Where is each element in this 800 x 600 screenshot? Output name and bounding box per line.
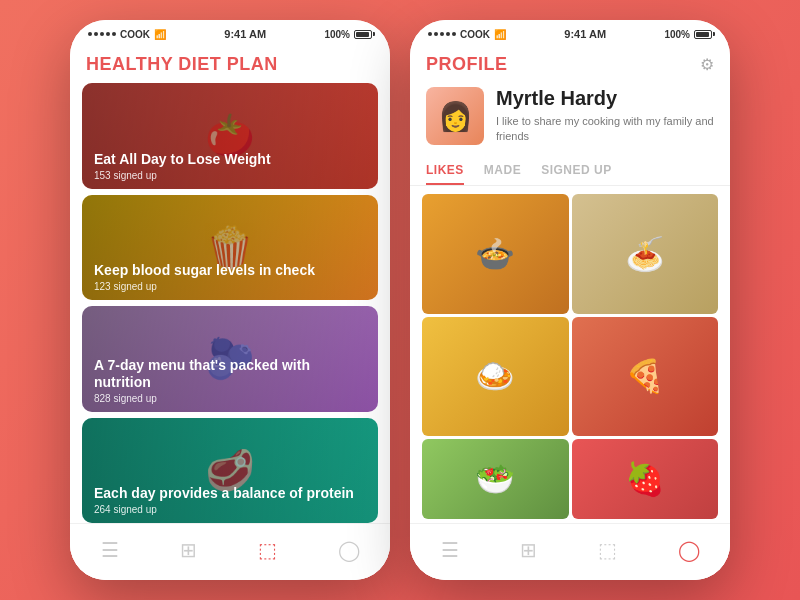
tab-likes[interactable]: LIKES: [426, 157, 464, 185]
diet-card-3[interactable]: 🫐 A 7-day menu that's packed with nutrit…: [82, 306, 378, 412]
user-name: Myrtle Hardy: [496, 87, 714, 110]
photo-cell-4[interactable]: 🍕: [572, 317, 719, 437]
filter-icon-left: ⊞: [180, 538, 197, 562]
card-subtitle-1: 153 signed up: [94, 170, 271, 181]
diet-card-4[interactable]: 🥩 Each day provides a balance of protein…: [82, 418, 378, 524]
profile-icon-left: ◯: [338, 538, 360, 562]
profile-tabs: LIKES MADE SIGNED UP: [410, 157, 730, 186]
status-bar-left: COOK 📶 9:41 AM 100%: [70, 20, 390, 44]
nav-item-profile-left[interactable]: ◯: [326, 534, 372, 566]
status-bar-right: COOK 📶 9:41 AM 100%: [410, 20, 730, 44]
signal-dots-right: [428, 32, 456, 36]
card-content-3: A 7-day menu that's packed with nutritio…: [82, 349, 378, 412]
left-screen-header: HEALTHY DIET PLAN: [70, 44, 390, 83]
card-subtitle-2: 123 signed up: [94, 281, 315, 292]
carrier-right: COOK: [460, 29, 490, 40]
diet-card-1[interactable]: 🍅 Eat All Day to Lose Weight 153 signed …: [82, 83, 378, 189]
book-icon-right: ☰: [441, 538, 459, 562]
profile-header: PROFILE ⚙: [410, 44, 730, 83]
photo-cell-2[interactable]: 🍝: [572, 194, 719, 314]
nav-item-photo-right[interactable]: ⬚: [586, 534, 629, 566]
carrier-left: COOK: [120, 29, 150, 40]
bottom-nav-left: ☰ ⊞ ⬚ ◯: [70, 523, 390, 580]
diet-card-2[interactable]: 🍿 Keep blood sugar levels in check 123 s…: [82, 195, 378, 301]
user-text-block: Myrtle Hardy I like to share my cooking …: [496, 87, 714, 145]
right-phone: COOK 📶 9:41 AM 100% PROFILE ⚙ 👩 Myrtle H…: [410, 20, 730, 580]
user-bio: I like to share my cooking with my famil…: [496, 114, 714, 145]
battery-label-right: 100%: [664, 29, 690, 40]
right-screen: PROFILE ⚙ 👩 Myrtle Hardy I like to share…: [410, 44, 730, 580]
avatar-image: 👩: [438, 100, 473, 133]
photo-grid: 🍲 🍝 🍛 🍕 🥗 🍓: [410, 186, 730, 523]
time-left: 9:41 AM: [224, 28, 266, 40]
nav-item-book-left[interactable]: ☰: [89, 534, 131, 566]
diet-cards-list: 🍅 Eat All Day to Lose Weight 153 signed …: [70, 83, 390, 523]
signal-dots: [88, 32, 116, 36]
filter-icon-right: ⊞: [520, 538, 537, 562]
user-avatar: 👩: [426, 87, 484, 145]
left-phone: COOK 📶 9:41 AM 100% HEALTHY DIET PLAN 🍅 …: [70, 20, 390, 580]
battery-icon-right: [694, 30, 712, 39]
nav-item-photo-left[interactable]: ⬚: [246, 534, 289, 566]
profile-icon-right: ◯: [678, 538, 700, 562]
bottom-nav-right: ☰ ⊞ ⬚ ◯: [410, 523, 730, 580]
card-content-2: Keep blood sugar levels in check 123 sig…: [82, 254, 327, 300]
status-right-right: 100%: [664, 29, 712, 40]
nav-item-profile-right[interactable]: ◯: [666, 534, 712, 566]
photo-cell-6[interactable]: 🍓: [572, 439, 719, 519]
nav-item-filter-right[interactable]: ⊞: [508, 534, 549, 566]
card-title-3: A 7-day menu that's packed with nutritio…: [94, 357, 366, 391]
photo-icon-left: ⬚: [258, 538, 277, 562]
status-left-right: COOK 📶: [428, 29, 506, 40]
battery-icon-left: [354, 30, 372, 39]
user-info-section: 👩 Myrtle Hardy I like to share my cookin…: [410, 83, 730, 157]
battery-label-left: 100%: [324, 29, 350, 40]
card-title-4: Each day provides a balance of protein: [94, 485, 354, 502]
tab-made[interactable]: MADE: [484, 157, 521, 185]
photo-cell-1[interactable]: 🍲: [422, 194, 569, 314]
photo-icon-right: ⬚: [598, 538, 617, 562]
profile-title: PROFILE: [426, 54, 508, 75]
time-right: 9:41 AM: [564, 28, 606, 40]
card-subtitle-4: 264 signed up: [94, 504, 354, 515]
settings-gear-icon[interactable]: ⚙: [700, 55, 714, 74]
wifi-icon-right: 📶: [494, 29, 506, 40]
card-title-2: Keep blood sugar levels in check: [94, 262, 315, 279]
nav-item-book-right[interactable]: ☰: [429, 534, 471, 566]
card-title-1: Eat All Day to Lose Weight: [94, 151, 271, 168]
status-left: COOK 📶: [88, 29, 166, 40]
card-subtitle-3: 828 signed up: [94, 393, 366, 404]
book-icon-left: ☰: [101, 538, 119, 562]
photo-cell-3[interactable]: 🍛: [422, 317, 569, 437]
status-right-left: 100%: [324, 29, 372, 40]
tab-signed-up[interactable]: SIGNED UP: [541, 157, 612, 185]
card-content-4: Each day provides a balance of protein 2…: [82, 477, 366, 523]
diet-plan-title: HEALTHY DIET PLAN: [86, 54, 278, 74]
nav-item-filter-left[interactable]: ⊞: [168, 534, 209, 566]
wifi-icon-left: 📶: [154, 29, 166, 40]
photo-cell-5[interactable]: 🥗: [422, 439, 569, 519]
card-content-1: Eat All Day to Lose Weight 153 signed up: [82, 143, 283, 189]
left-screen: HEALTHY DIET PLAN 🍅 Eat All Day to Lose …: [70, 44, 390, 580]
